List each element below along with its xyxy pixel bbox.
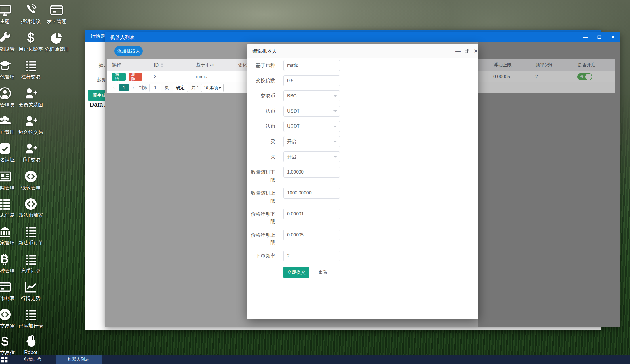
field-select[interactable]: 开启 <box>283 136 340 147</box>
desktop-icon-list[interactable]: 充币记录 <box>18 252 44 274</box>
field-label: 价格浮动上限 <box>247 230 275 246</box>
dim-overlay <box>478 42 620 327</box>
confirm-page-button[interactable]: 确定 <box>173 84 188 92</box>
desktop-icon-coin[interactable]: 新法币商家 <box>18 197 44 219</box>
desktop-icon-check[interactable]: 实名认证 <box>0 141 18 163</box>
submit-button[interactable]: 立即提交 <box>283 267 309 278</box>
column-header-id[interactable]: ID <box>149 59 191 71</box>
field-select[interactable]: USDT <box>283 106 340 117</box>
bank-icon <box>0 224 18 238</box>
column-label: 操作 <box>112 62 121 68</box>
field-input[interactable]: 0.5 <box>283 75 340 86</box>
field-select[interactable]: BBC <box>283 90 340 101</box>
form-row: 法币USDT <box>247 106 478 117</box>
desktop-icon-person-circle[interactable]: 台管理员 <box>0 86 18 108</box>
edit-button[interactable]: 编辑 <box>112 73 126 81</box>
field-input[interactable]: matic <box>283 60 340 71</box>
coin-icon <box>18 197 44 211</box>
field-input[interactable]: 1000.00000 <box>283 188 340 199</box>
desktop-icon-phone[interactable]: 投诉建议 <box>18 3 44 25</box>
desktop-icon-dollar[interactable]: $用户风险率 <box>18 31 44 53</box>
start-button[interactable] <box>1 356 8 363</box>
news-icon <box>0 169 18 183</box>
field-select[interactable]: 开启 <box>283 151 340 162</box>
desktop-icon-label: 发卡管理 <box>44 18 70 25</box>
taskbar: 行情走势 机器人列表 <box>0 355 630 364</box>
close-button[interactable]: ✕ <box>608 32 618 42</box>
desktop-icon-label: 新闻管理 <box>0 184 18 191</box>
desktop-icon-news[interactable]: 新闻管理 <box>0 169 18 191</box>
field-input[interactable]: 0.00005 <box>283 230 340 240</box>
desktop-icon-person-plus[interactable]: 会员关系图 <box>18 86 44 108</box>
desktop-icon-dollar[interactable]: $币交易信 <box>0 334 18 356</box>
front-window-titlebar[interactable]: 机器人列表 — ✕ <box>105 32 620 42</box>
field-select[interactable]: USDT <box>283 121 340 132</box>
desktop-icon-label: 日志信息 <box>0 212 18 219</box>
desktop-icon-person-plus[interactable]: 秒合约交易 <box>18 114 44 136</box>
add-robot-button[interactable]: 添加机器人 <box>114 46 143 56</box>
form-row: 数量随机下限1.00000 <box>247 167 478 178</box>
column-header-base: 基于币种 <box>191 59 233 71</box>
desktop-icon-label: 杠杆交易 <box>18 74 44 80</box>
field-input[interactable]: 2 <box>283 251 340 261</box>
desktop-icon-coin[interactable]: 钱包管理 <box>18 169 44 191</box>
desktop-icon-pie[interactable]: 分析师管理 <box>44 31 70 53</box>
desktop-icon-hand[interactable]: Robot <box>18 334 44 355</box>
desktop-icon-coin[interactable]: 币交易需 <box>0 307 18 329</box>
dialog-fullscreen-button[interactable] <box>463 48 470 54</box>
desktop-icon-bank[interactable]: 商家管理 <box>0 224 18 246</box>
delete-button[interactable]: 删除 <box>129 73 142 81</box>
desktop-icon-label: 币币交易 <box>18 157 44 163</box>
desktop-icon-label: 投诉建议 <box>18 18 44 25</box>
prev-page-button[interactable]: ‹ <box>113 84 115 91</box>
bitcoin-icon: B <box>0 252 18 266</box>
desktop-icon-card[interactable]: 提币列表 <box>0 280 18 302</box>
chevron-down-icon <box>333 126 337 128</box>
fullscreen-icon <box>465 49 469 53</box>
desktop-icon-list[interactable]: 杠杆交易 <box>18 58 44 80</box>
jump-page-input[interactable]: 1 <box>149 84 161 92</box>
column-label: 基于币种 <box>196 62 214 68</box>
taskbar-tab-market-trend[interactable]: 行情走势 <box>10 355 55 364</box>
desktop-icon-label: 钱包管理 <box>18 184 44 191</box>
desktop-icon-list[interactable]: 日志信息 <box>0 197 18 219</box>
form-row: 法币USDT <box>247 121 478 132</box>
maximize-button[interactable] <box>594 32 604 42</box>
person-plus-icon <box>18 141 44 155</box>
field-input[interactable]: 1.00000 <box>283 167 340 178</box>
desktop-icon-card[interactable]: 发卡管理 <box>44 3 70 25</box>
desktop-icon-list[interactable]: 新法币订单 <box>18 224 44 246</box>
desktop-icon-cap[interactable]: 角色管理 <box>0 58 18 80</box>
next-page-button[interactable]: › <box>132 84 134 91</box>
card-icon <box>0 280 18 294</box>
chart-icon <box>18 280 44 294</box>
desktop-icon-person-plus[interactable]: 币币交易 <box>18 141 44 163</box>
page-number-button[interactable]: 1 <box>119 84 129 91</box>
column-header-ops: 操作 <box>107 59 149 71</box>
desktop-icon-people[interactable]: 用户管理 <box>0 114 18 136</box>
form-row: 买开启 <box>247 151 478 163</box>
desktop-icon-wrench[interactable]: 基础设置 <box>0 31 18 53</box>
sort-caret-icon[interactable] <box>161 63 163 67</box>
minimize-button[interactable]: — <box>580 32 591 42</box>
desktop-icon-chart[interactable]: 行情走势 <box>18 280 44 302</box>
page-size-select[interactable]: 10 条/页 <box>201 84 224 92</box>
desktop-icon-label: 用户管理 <box>0 129 18 136</box>
reset-button[interactable]: 重置 <box>314 267 332 278</box>
list-icon <box>18 307 44 321</box>
jump-prefix-label: 到第 <box>139 84 147 91</box>
field-label: 法币 <box>247 121 275 132</box>
list-icon <box>18 58 44 72</box>
check-icon <box>0 141 18 155</box>
dialog-minimize-button[interactable]: — <box>455 48 461 54</box>
field-input[interactable]: 0.00001 <box>283 209 340 219</box>
desktop-icon-label: 新法币商家 <box>18 212 44 219</box>
desktop-icon-list[interactable]: 已添加行情 <box>18 307 44 329</box>
dialog-close-button[interactable]: ✕ <box>473 48 479 54</box>
taskbar-tab-robot-list[interactable]: 机器人列表 <box>56 355 102 364</box>
column-label: 变化 <box>238 62 247 68</box>
desktop-icon-monitor[interactable]: 主题 <box>0 3 18 25</box>
desktop-icon-bitcoin[interactable]: B币种管理 <box>0 252 18 274</box>
chevron-down-icon <box>333 110 337 112</box>
cap-icon <box>0 58 18 72</box>
